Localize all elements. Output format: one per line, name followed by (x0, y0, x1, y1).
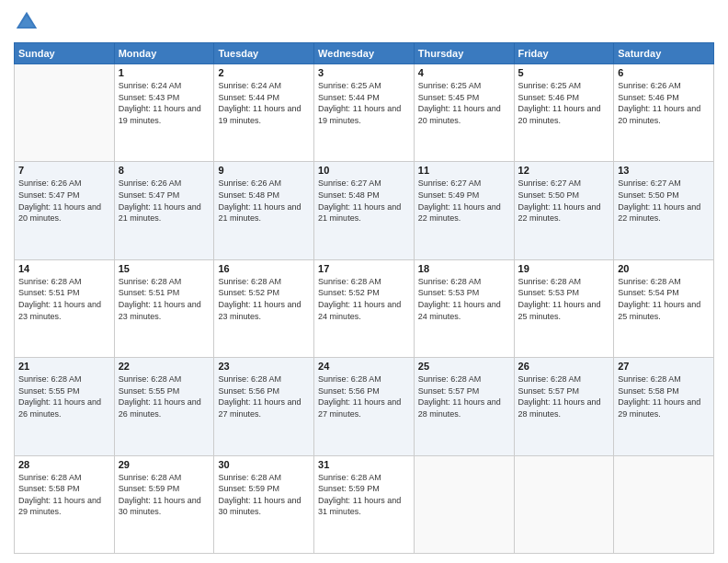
calendar-cell: 3Sunrise: 6:25 AM Sunset: 5:44 PM Daylig… (314, 64, 415, 162)
day-detail: Sunrise: 6:25 AM Sunset: 5:46 PM Dayligh… (518, 80, 610, 126)
calendar-cell: 25Sunrise: 6:28 AM Sunset: 5:57 PM Dayli… (414, 358, 514, 455)
calendar-cell: 11Sunrise: 6:27 AM Sunset: 5:49 PM Dayli… (414, 162, 514, 259)
day-detail: Sunrise: 6:26 AM Sunset: 5:48 PM Dayligh… (218, 178, 310, 224)
calendar-header-sunday: Sunday (15, 43, 115, 64)
calendar-cell: 16Sunrise: 6:28 AM Sunset: 5:52 PM Dayli… (214, 259, 314, 357)
day-number: 31 (318, 459, 410, 470)
calendar-week-row: 21Sunrise: 6:28 AM Sunset: 5:55 PM Dayli… (15, 358, 714, 455)
day-detail: Sunrise: 6:27 AM Sunset: 5:49 PM Dayligh… (418, 178, 510, 224)
day-detail: Sunrise: 6:27 AM Sunset: 5:50 PM Dayligh… (518, 178, 610, 224)
logo-icon (14, 9, 40, 35)
calendar-cell: 29Sunrise: 6:28 AM Sunset: 5:59 PM Dayli… (114, 455, 214, 553)
day-number: 10 (318, 165, 410, 176)
calendar-header-friday: Friday (514, 43, 614, 64)
day-number: 20 (618, 263, 710, 274)
calendar-cell: 21Sunrise: 6:28 AM Sunset: 5:55 PM Dayli… (15, 358, 115, 455)
calendar-cell: 2Sunrise: 6:24 AM Sunset: 5:44 PM Daylig… (214, 64, 314, 162)
day-number: 25 (418, 361, 510, 372)
calendar-cell: 19Sunrise: 6:28 AM Sunset: 5:53 PM Dayli… (514, 259, 614, 357)
day-detail: Sunrise: 6:28 AM Sunset: 5:58 PM Dayligh… (18, 472, 110, 518)
calendar-cell (414, 455, 514, 553)
calendar-cell: 28Sunrise: 6:28 AM Sunset: 5:58 PM Dayli… (15, 455, 115, 553)
day-detail: Sunrise: 6:26 AM Sunset: 5:47 PM Dayligh… (119, 178, 210, 224)
day-number: 28 (18, 459, 110, 470)
day-detail: Sunrise: 6:26 AM Sunset: 5:47 PM Dayligh… (18, 178, 110, 224)
day-detail: Sunrise: 6:27 AM Sunset: 5:50 PM Dayligh… (618, 178, 710, 224)
calendar-cell: 7Sunrise: 6:26 AM Sunset: 5:47 PM Daylig… (15, 162, 115, 259)
day-detail: Sunrise: 6:28 AM Sunset: 5:59 PM Dayligh… (318, 472, 410, 518)
calendar-cell: 30Sunrise: 6:28 AM Sunset: 5:59 PM Dayli… (214, 455, 314, 553)
calendar-cell: 15Sunrise: 6:28 AM Sunset: 5:51 PM Dayli… (114, 259, 214, 357)
day-number: 24 (318, 361, 410, 372)
day-number: 6 (618, 67, 710, 78)
day-detail: Sunrise: 6:28 AM Sunset: 5:54 PM Dayligh… (618, 276, 710, 322)
calendar-cell: 1Sunrise: 6:24 AM Sunset: 5:43 PM Daylig… (114, 64, 214, 162)
day-detail: Sunrise: 6:28 AM Sunset: 5:52 PM Dayligh… (218, 276, 310, 322)
day-detail: Sunrise: 6:24 AM Sunset: 5:44 PM Dayligh… (218, 80, 310, 126)
calendar-cell: 6Sunrise: 6:26 AM Sunset: 5:46 PM Daylig… (614, 64, 714, 162)
calendar-header-thursday: Thursday (414, 43, 514, 64)
day-detail: Sunrise: 6:28 AM Sunset: 5:56 PM Dayligh… (318, 373, 410, 419)
day-number: 14 (18, 263, 110, 274)
day-detail: Sunrise: 6:28 AM Sunset: 5:59 PM Dayligh… (119, 472, 210, 518)
day-detail: Sunrise: 6:27 AM Sunset: 5:48 PM Dayligh… (318, 178, 410, 224)
calendar-cell: 31Sunrise: 6:28 AM Sunset: 5:59 PM Dayli… (314, 455, 415, 553)
day-detail: Sunrise: 6:28 AM Sunset: 5:55 PM Dayligh… (119, 373, 210, 419)
day-detail: Sunrise: 6:28 AM Sunset: 5:55 PM Dayligh… (18, 373, 110, 419)
day-detail: Sunrise: 6:28 AM Sunset: 5:52 PM Dayligh… (318, 276, 410, 322)
calendar-cell: 17Sunrise: 6:28 AM Sunset: 5:52 PM Dayli… (314, 259, 415, 357)
calendar-header-saturday: Saturday (614, 43, 714, 64)
day-number: 3 (318, 67, 410, 78)
day-number: 21 (18, 361, 110, 372)
calendar-table: SundayMondayTuesdayWednesdayThursdayFrid… (14, 42, 714, 554)
calendar-week-row: 7Sunrise: 6:26 AM Sunset: 5:47 PM Daylig… (15, 162, 714, 259)
calendar-header-wednesday: Wednesday (314, 43, 415, 64)
day-detail: Sunrise: 6:28 AM Sunset: 5:59 PM Dayligh… (218, 472, 310, 518)
calendar-header-monday: Monday (114, 43, 214, 64)
day-detail: Sunrise: 6:25 AM Sunset: 5:44 PM Dayligh… (318, 80, 410, 126)
calendar-cell: 8Sunrise: 6:26 AM Sunset: 5:47 PM Daylig… (114, 162, 214, 259)
calendar-week-row: 14Sunrise: 6:28 AM Sunset: 5:51 PM Dayli… (15, 259, 714, 357)
calendar-cell: 4Sunrise: 6:25 AM Sunset: 5:45 PM Daylig… (414, 64, 514, 162)
day-number: 7 (18, 165, 110, 176)
day-number: 15 (119, 263, 210, 274)
calendar-cell: 5Sunrise: 6:25 AM Sunset: 5:46 PM Daylig… (514, 64, 614, 162)
day-number: 2 (218, 67, 310, 78)
day-number: 16 (218, 263, 310, 274)
calendar-cell (614, 455, 714, 553)
calendar-cell: 24Sunrise: 6:28 AM Sunset: 5:56 PM Dayli… (314, 358, 415, 455)
calendar-cell: 18Sunrise: 6:28 AM Sunset: 5:53 PM Dayli… (414, 259, 514, 357)
day-detail: Sunrise: 6:28 AM Sunset: 5:51 PM Dayligh… (119, 276, 210, 322)
day-number: 11 (418, 165, 510, 176)
day-number: 30 (218, 459, 310, 470)
day-number: 27 (618, 361, 710, 372)
day-detail: Sunrise: 6:26 AM Sunset: 5:46 PM Dayligh… (618, 80, 710, 126)
day-number: 23 (218, 361, 310, 372)
day-number: 17 (318, 263, 410, 274)
day-number: 9 (218, 165, 310, 176)
day-detail: Sunrise: 6:25 AM Sunset: 5:45 PM Dayligh… (418, 80, 510, 126)
calendar-week-row: 28Sunrise: 6:28 AM Sunset: 5:58 PM Dayli… (15, 455, 714, 553)
calendar-cell: 12Sunrise: 6:27 AM Sunset: 5:50 PM Dayli… (514, 162, 614, 259)
day-detail: Sunrise: 6:28 AM Sunset: 5:58 PM Dayligh… (618, 373, 710, 419)
day-number: 22 (119, 361, 210, 372)
calendar-header-row: SundayMondayTuesdayWednesdayThursdayFrid… (15, 43, 714, 64)
calendar-cell: 10Sunrise: 6:27 AM Sunset: 5:48 PM Dayli… (314, 162, 415, 259)
day-detail: Sunrise: 6:28 AM Sunset: 5:53 PM Dayligh… (418, 276, 510, 322)
calendar-week-row: 1Sunrise: 6:24 AM Sunset: 5:43 PM Daylig… (15, 64, 714, 162)
day-number: 13 (618, 165, 710, 176)
calendar-cell: 20Sunrise: 6:28 AM Sunset: 5:54 PM Dayli… (614, 259, 714, 357)
day-number: 1 (119, 67, 210, 78)
day-number: 18 (418, 263, 510, 274)
calendar-cell: 9Sunrise: 6:26 AM Sunset: 5:48 PM Daylig… (214, 162, 314, 259)
calendar-cell: 27Sunrise: 6:28 AM Sunset: 5:58 PM Dayli… (614, 358, 714, 455)
day-detail: Sunrise: 6:28 AM Sunset: 5:56 PM Dayligh… (218, 373, 310, 419)
calendar-cell (15, 64, 115, 162)
day-detail: Sunrise: 6:28 AM Sunset: 5:51 PM Dayligh… (18, 276, 110, 322)
header (14, 9, 714, 35)
day-detail: Sunrise: 6:24 AM Sunset: 5:43 PM Dayligh… (119, 80, 210, 126)
day-number: 4 (418, 67, 510, 78)
day-detail: Sunrise: 6:28 AM Sunset: 5:57 PM Dayligh… (518, 373, 610, 419)
day-detail: Sunrise: 6:28 AM Sunset: 5:53 PM Dayligh… (518, 276, 610, 322)
calendar-cell: 14Sunrise: 6:28 AM Sunset: 5:51 PM Dayli… (15, 259, 115, 357)
